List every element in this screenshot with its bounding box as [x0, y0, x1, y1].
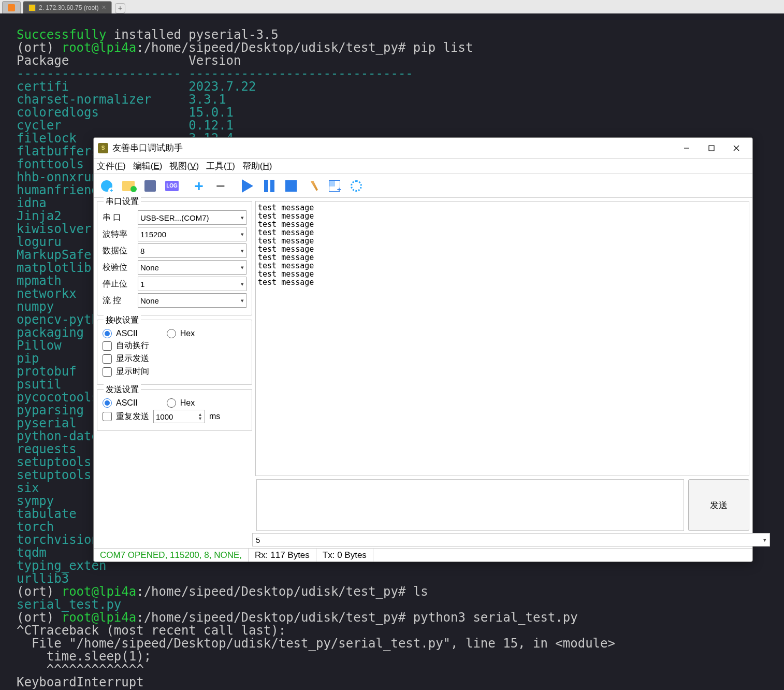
recv-settings-group: 接收设置 ASCII Hex 自动换行 显示发送 显示时间 — [97, 320, 252, 385]
menu-edit[interactable]: 编辑(E) — [133, 160, 163, 172]
repeat-checkbox[interactable] — [103, 412, 112, 421]
label: ASCII — [116, 398, 138, 408]
send-ascii-radio[interactable] — [103, 398, 112, 408]
save-button[interactable] — [140, 176, 160, 196]
text: idna — [17, 196, 47, 210]
maximize-button[interactable] — [700, 140, 723, 156]
text: tqdm — [17, 545, 47, 560]
menubar: 文件(F) 编辑(E) 视图(V) 工具(T) 帮助(H) — [94, 159, 752, 174]
send-hex-radio[interactable] — [167, 398, 176, 408]
parity-select[interactable]: None — [138, 260, 246, 275]
label: ASCII — [116, 329, 138, 338]
titlebar[interactable]: S 友善串口调试助手 — [94, 138, 752, 159]
parity-label: 校验位 — [103, 262, 135, 273]
label: Hex — [180, 329, 195, 338]
text: (ort) — [17, 40, 62, 55]
group-title: 接收设置 — [104, 315, 141, 326]
send-settings-group: 发送设置 ASCII Hex 重复发送 1000 ▲▼ ms — [97, 389, 252, 431]
window-tab-bar: 2. 172.30.60.75 (root) ✕ ＋ — [0, 0, 784, 13]
text: coloredlogs 15.0.1 — [17, 105, 234, 120]
wrap-checkbox[interactable] — [103, 341, 112, 351]
text: :/home/sipeed/Desktop/udisk/test_py# pip… — [136, 40, 473, 55]
text: urllib3 — [17, 571, 69, 586]
text: tabulate — [17, 507, 77, 521]
tab-label: 2. 172.30.60.75 (root) — [39, 4, 98, 11]
recv-hex-radio[interactable] — [167, 329, 176, 338]
interval-input[interactable]: 1000 ▲▼ — [153, 410, 205, 423]
history-select[interactable]: 5 — [252, 533, 770, 547]
text: Pillow — [17, 338, 62, 353]
text: pyserial — [17, 416, 77, 430]
lightning-icon — [28, 4, 36, 11]
window-title: 友善串口调试助手 — [112, 142, 183, 154]
text: (ort) — [17, 610, 62, 625]
serial-settings-group: 串口设置 串 口USB-SER...(COM7) 波特率115200 数据位8 … — [97, 201, 252, 315]
text: Package Version — [17, 53, 241, 68]
status-connection: COM7 OPENED, 115200, 8, NONE, — [94, 549, 249, 562]
settings-button[interactable] — [346, 176, 366, 196]
add-tab-button[interactable]: ＋ — [115, 3, 125, 13]
menu-help[interactable]: 帮助(H) — [242, 160, 272, 172]
tab-inactive[interactable] — [2, 1, 21, 13]
text: :/home/sipeed/Desktop/udisk/test_py# pyt… — [136, 610, 578, 625]
minimize-button[interactable] — [675, 140, 699, 156]
toolbar: LOG + − — [94, 174, 752, 198]
menu-tools[interactable]: 工具(T) — [206, 160, 235, 172]
show-time-checkbox[interactable] — [103, 367, 112, 377]
group-title: 发送设置 — [104, 384, 141, 395]
send-textarea[interactable] — [256, 479, 684, 531]
tab-active[interactable]: 2. 172.30.60.75 (root) ✕ — [23, 1, 112, 13]
plus-icon: + — [194, 177, 204, 195]
open-button[interactable] — [119, 176, 138, 196]
databits-label: 数据位 — [103, 246, 135, 256]
send-button[interactable]: 发送 — [688, 479, 749, 531]
text: ---------------------- -----------------… — [17, 66, 413, 81]
text: MarkupSafe — [17, 248, 92, 262]
text: cycler 0.12.1 — [17, 118, 234, 133]
text: KeyboardInterrupt — [17, 675, 144, 689]
minus-icon: − — [216, 177, 225, 195]
text: requests — [17, 442, 77, 456]
text: kiwisolver — [17, 222, 92, 236]
text: packaging — [17, 325, 84, 340]
menu-file[interactable]: 文件(F) — [97, 160, 126, 172]
text: torch — [17, 520, 54, 534]
menu-view[interactable]: 视图(V) — [169, 160, 199, 172]
close-button[interactable] — [724, 140, 748, 156]
label: 自动换行 — [116, 340, 149, 351]
text: pip — [17, 351, 39, 366]
clear-button[interactable] — [303, 176, 323, 196]
app-icon: S — [98, 143, 108, 153]
grid-plus-icon — [329, 180, 340, 192]
grid-button[interactable] — [325, 176, 344, 196]
text: networkx — [17, 286, 77, 301]
remove-button[interactable]: − — [211, 176, 230, 196]
close-icon[interactable]: ✕ — [101, 4, 106, 11]
text: torchvision — [17, 533, 99, 547]
receive-textarea[interactable]: test message test message test message t… — [255, 201, 749, 476]
databits-select[interactable]: 8 — [138, 243, 246, 258]
baud-select[interactable]: 115200 — [138, 227, 246, 241]
stopbits-label: 停止位 — [103, 279, 135, 290]
stopbits-select[interactable]: 1 — [138, 277, 246, 291]
tab-icon — [8, 4, 15, 11]
port-select[interactable]: USB-SER...(COM7) — [138, 210, 246, 225]
new-button[interactable] — [97, 176, 117, 196]
pause-button[interactable] — [259, 176, 279, 196]
recv-ascii-radio[interactable] — [103, 329, 112, 338]
show-send-checkbox[interactable] — [103, 354, 112, 364]
gear-icon — [351, 180, 362, 192]
label: 重复发送 — [116, 411, 149, 422]
spinner-icon[interactable]: ▲▼ — [198, 412, 202, 421]
serial-helper-window: S 友善串口调试助手 文件(F) 编辑(E) 视图(V) 工具(T) 帮助(H)… — [93, 137, 753, 562]
play-button[interactable] — [238, 176, 257, 196]
flow-select[interactable]: None — [138, 293, 246, 308]
stop-button[interactable] — [281, 176, 301, 196]
log-button[interactable]: LOG — [162, 176, 182, 196]
label: 显示时间 — [116, 366, 149, 377]
text: numpy — [17, 299, 54, 314]
statusbar: COM7 OPENED, 115200, 8, NONE, Rx: 117 By… — [94, 548, 752, 562]
add-button[interactable]: + — [189, 176, 209, 196]
log-icon: LOG — [165, 181, 179, 191]
status-tx: Tx: 0 Bytes — [316, 549, 373, 562]
